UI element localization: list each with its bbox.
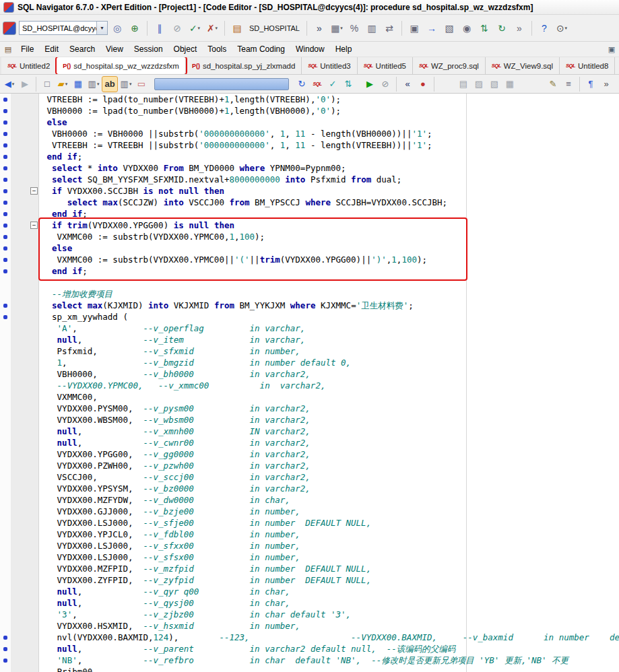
chevron-down-icon[interactable]: ▾ — [565, 26, 568, 31]
chevron-down-icon[interactable]: ▾ — [97, 81, 100, 87]
current-schema-icon[interactable]: ▤ — [229, 20, 245, 36]
fetch-options-icon[interactable]: ▦▾ — [329, 20, 345, 36]
import-icon[interactable]: → — [424, 20, 440, 36]
tab-untitled3[interactable]: SQLUntitled3 — [302, 57, 357, 74]
refresh-icon[interactable]: ↻ — [294, 77, 309, 92]
executable-line-dot[interactable] — [3, 246, 7, 250]
chevron-down-icon[interactable]: ▾ — [216, 26, 218, 31]
sqlnav-session-icon[interactable] — [3, 22, 16, 35]
team-sync-icon[interactable]: ⇅ — [476, 20, 492, 36]
output-window-icon[interactable]: ▧ — [441, 20, 457, 36]
executable-line-dot[interactable] — [3, 143, 7, 147]
executable-line-dot[interactable] — [3, 304, 7, 308]
step-icon[interactable]: « — [400, 77, 415, 92]
find-objects-icon[interactable]: ◉ — [459, 20, 475, 36]
menu-search[interactable]: Search — [64, 43, 100, 55]
tab-untitled8[interactable]: SQLUntitled8 — [560, 57, 615, 74]
executable-line-dot[interactable] — [3, 224, 7, 228]
executable-line-dot[interactable] — [3, 235, 7, 239]
executable-line-dot[interactable] — [3, 98, 7, 102]
quick-search-input[interactable] — [154, 78, 289, 90]
tab-unt[interactable]: SQLUnt — [615, 57, 619, 74]
more-tools-icon[interactable]: » — [511, 20, 527, 36]
export-data-icon[interactable]: ⇄ — [381, 20, 397, 36]
commit-icon[interactable]: ✓▾ — [187, 20, 203, 36]
publish-icon[interactable]: ↻ — [494, 20, 510, 36]
executable-line-dot[interactable] — [3, 166, 7, 170]
chevron-down-icon[interactable]: ▾ — [65, 81, 68, 87]
menu-session[interactable]: Session — [129, 43, 168, 55]
executable-line-dot[interactable] — [3, 201, 7, 205]
executable-line-dot[interactable] — [3, 178, 7, 182]
connection-selector[interactable]: SD_HOSPITAL@dcyycs(4)▼ — [19, 21, 108, 35]
code-editor[interactable]: VTREEBH := lpad(to_number(VTREEBH)+1,len… — [0, 94, 619, 672]
templates-icon[interactable]: ▦ — [502, 77, 517, 92]
new-editor-icon[interactable]: ▣ — [406, 20, 422, 36]
menu-window[interactable]: Window — [290, 43, 330, 55]
executable-line-dot[interactable] — [3, 659, 7, 663]
rollback-icon[interactable]: ✗▾ — [204, 20, 220, 36]
stop-icon[interactable]: ⊘ — [169, 20, 185, 36]
syntax-highlight-toggle[interactable]: ab — [102, 76, 118, 92]
fold-collapse-icon[interactable]: − — [30, 187, 38, 195]
menu-file[interactable]: File — [15, 43, 39, 55]
tab-wz-view9-sql[interactable]: SQLWZ_View9.sql — [486, 57, 560, 74]
sql-file-icon[interactable]: SQL — [310, 77, 325, 92]
tools-icon[interactable]: ✎ — [546, 77, 560, 92]
paste-icon[interactable]: ▨ — [471, 77, 486, 92]
tab-untitled2[interactable]: SQLUntitled2 — [1, 57, 57, 74]
copy-icon[interactable]: ▤ — [456, 77, 471, 92]
check-syntax-icon[interactable]: ✓ — [325, 77, 340, 92]
view-details-icon[interactable]: ◎ — [109, 20, 125, 36]
executable-line-dot[interactable] — [3, 647, 7, 651]
executable-line-dot[interactable] — [3, 132, 7, 136]
menu-tools[interactable]: Tools — [202, 43, 232, 55]
code-lines[interactable]: VTREEBH := lpad(to_number(VTREEBH)+1,len… — [0, 94, 619, 672]
outline-icon[interactable]: ≡ — [561, 77, 576, 92]
child-window-icon[interactable]: ▣ — [606, 44, 617, 55]
options-icon[interactable]: ⊙▾ — [554, 20, 570, 36]
menu-view[interactable]: View — [100, 43, 129, 55]
percent-icon[interactable]: % — [346, 20, 362, 36]
columns-icon[interactable]: ▥▾ — [119, 77, 133, 92]
result-grid-icon[interactable]: ▥ — [364, 20, 380, 36]
code-analysis-icon[interactable]: ⇅ — [341, 77, 356, 92]
help-icon[interactable]: ? — [536, 20, 552, 36]
halt-execution-icon[interactable]: ⊘ — [378, 77, 393, 92]
fold-collapse-icon[interactable]: − — [30, 222, 38, 229]
chevron-down-icon[interactable]: ▾ — [12, 81, 15, 87]
execute-current-icon[interactable]: » — [311, 20, 327, 36]
chevron-down-icon[interactable]: ▾ — [198, 26, 201, 31]
navigate-forward-icon[interactable]: ▶ — [18, 77, 32, 92]
erase-icon[interactable]: ▭ — [134, 77, 149, 92]
executable-line-dot[interactable] — [3, 109, 7, 113]
pause-icon[interactable]: ∥ — [152, 20, 168, 36]
executable-line-dot[interactable] — [3, 315, 7, 319]
save-icon[interactable]: ▦ — [71, 77, 86, 92]
chevron-down-icon[interactable]: ▾ — [340, 26, 343, 31]
executable-line-dot[interactable] — [3, 636, 7, 640]
tab-sd-hospital-sp-wz-wzzdzsfxm[interactable]: P()sd_hospital.sp_wz_wzzdzsfxm — [57, 57, 186, 74]
snippets-icon[interactable]: ▧ — [487, 77, 502, 92]
print-icon[interactable]: ▥▾ — [86, 77, 101, 92]
tab-wz-proc9-sql[interactable]: SQLWZ_proc9.sql — [413, 57, 486, 74]
chevron-down-icon[interactable]: ▾ — [129, 81, 132, 87]
open-file-icon[interactable]: ▰▾ — [55, 77, 70, 92]
menu-object[interactable]: Object — [168, 43, 203, 55]
chevron-down-icon[interactable]: ▼ — [96, 22, 107, 34]
format-code-icon[interactable]: ¶ — [583, 77, 598, 92]
overflow-icon[interactable]: » — [599, 77, 614, 92]
new-file-icon[interactable]: □ — [40, 77, 55, 92]
menu-edit[interactable]: Edit — [39, 43, 64, 55]
executable-line-dot[interactable] — [3, 258, 7, 262]
execute-icon[interactable]: ▶ — [362, 77, 377, 92]
editor-doc-icon[interactable]: ▤ — [3, 44, 13, 55]
navigate-back-icon[interactable]: ◀▾ — [2, 77, 17, 92]
executable-line-dot[interactable] — [3, 212, 7, 216]
web-browser-icon[interactable]: ⊕ — [127, 20, 143, 36]
menu-help[interactable]: Help — [330, 43, 358, 55]
tab-sd-hospital-sp-yj-zlxmadd[interactable]: P()sd_hospital.sp_yj_zlxmadd — [186, 57, 302, 74]
executable-line-dot[interactable] — [3, 269, 7, 273]
debug-icon[interactable]: ● — [416, 77, 430, 92]
menu-team-coding[interactable]: Team Coding — [232, 43, 290, 55]
